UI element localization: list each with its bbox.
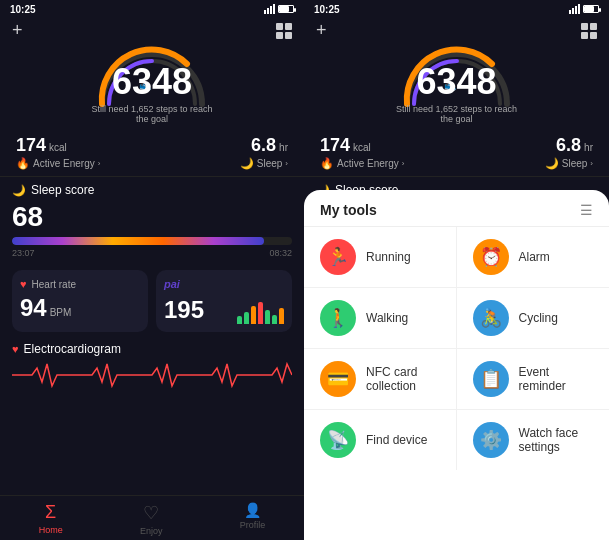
calories-unit-right: kcal	[353, 142, 371, 153]
pai-card-left[interactable]: pai 195	[156, 270, 292, 332]
cycling-label: Cycling	[519, 311, 558, 325]
overlay-title: My tools	[320, 202, 377, 218]
step-label-right: Still need 1,652 steps to reach the goal	[392, 104, 522, 124]
fire-icon-left: 🔥	[16, 157, 30, 170]
stats-row-right: 174 kcal 🔥 Active Energy › 6.8 hr 🌙 Slee…	[304, 129, 609, 172]
grid-button-right[interactable]	[581, 23, 597, 39]
running-label: Running	[366, 250, 411, 264]
tool-item-event[interactable]: 📋 Event reminder	[457, 349, 610, 410]
sleep-chevron-right: ›	[590, 159, 593, 168]
running-icon: 🏃	[320, 239, 356, 275]
sleep-score-row-left: 68	[12, 201, 292, 233]
health-cards-left: ♥ Heart rate 94 BPM pai 195	[0, 266, 304, 336]
cycling-icon: 🚴	[473, 300, 509, 336]
calories-label-left: Active Energy	[33, 158, 95, 169]
nav-enjoy-left[interactable]: ♡ Enjoy	[140, 502, 163, 536]
heart-icon-left: ♥	[20, 278, 27, 290]
sleep-label-left: Sleep	[257, 158, 283, 169]
sleep-moon-icon-left: 🌙	[12, 184, 26, 197]
tool-item-running[interactable]: 🏃 Running	[304, 227, 457, 288]
sleep-unit-left: hr	[279, 142, 288, 153]
find-label: Find device	[366, 433, 427, 447]
pai-icon-left: pai	[164, 278, 180, 290]
sleep-bar-container-left	[12, 237, 292, 245]
calories-chevron-right: ›	[402, 159, 405, 168]
watchface-label: Watch face settings	[519, 426, 594, 454]
step-count-right: 6348	[416, 64, 496, 100]
find-icon: 📡	[320, 422, 356, 458]
battery-icon	[278, 5, 294, 13]
grid-button-left[interactable]	[276, 23, 292, 39]
sleep-label-right: Sleep	[562, 158, 588, 169]
sleep-times-left: 23:07 08:32	[12, 248, 292, 258]
sleep-bar-fill-left	[12, 237, 264, 245]
calories-stat-left: 174 kcal 🔥 Active Energy ›	[16, 135, 100, 170]
nav-home-left[interactable]: Σ Home	[39, 502, 63, 536]
moon-icon-right: 🌙	[545, 157, 559, 170]
pai-bars-left	[237, 294, 284, 324]
sleep-header-left: 🌙 Sleep score	[12, 183, 292, 197]
tool-item-watchface[interactable]: ⚙️ Watch face settings	[457, 410, 610, 470]
calories-stat-right: 174 kcal 🔥 Active Energy ›	[320, 135, 404, 170]
ecg-wave-left	[12, 360, 292, 390]
sleep-chevron-left: ›	[285, 159, 288, 168]
tools-grid: 🏃 Running ⏰ Alarm 🚶 Walking 🚴 Cycling 💳	[304, 227, 609, 470]
nav-profile-left[interactable]: 👤 Profile	[240, 502, 266, 536]
step-ring-right: 👟 6348 Still need 1,652 steps to reach t…	[392, 49, 522, 129]
calories-label-row-left[interactable]: 🔥 Active Energy ›	[16, 157, 100, 170]
my-tools-overlay: My tools ☰ 🏃 Running ⏰ Alarm 🚶 Walking 🚴	[304, 190, 609, 540]
signal-icon-right	[569, 4, 580, 14]
heart-title-left: Heart rate	[32, 279, 76, 290]
ecg-header-left: ♥ Electrocardiogram	[12, 342, 292, 356]
sleep-section-title-left: Sleep score	[31, 183, 94, 197]
heart-rate-card-left[interactable]: ♥ Heart rate 94 BPM	[12, 270, 148, 332]
fire-icon-right: 🔥	[320, 157, 334, 170]
walking-icon: 🚶	[320, 300, 356, 336]
status-time-left: 10:25	[10, 4, 36, 15]
overlay-header: My tools ☰	[304, 190, 609, 227]
event-label: Event reminder	[519, 365, 594, 393]
calories-unit-left: kcal	[49, 142, 67, 153]
left-panel: 10:25 +	[0, 0, 304, 540]
sleep-unit-right: hr	[584, 142, 593, 153]
home-icon-left: Σ	[45, 502, 56, 523]
menu-icon[interactable]: ☰	[580, 202, 593, 218]
right-panel: 10:25 +	[304, 0, 609, 540]
add-button-left[interactable]: +	[12, 20, 23, 41]
tool-item-find[interactable]: 📡 Find device	[304, 410, 457, 470]
step-label-left: Still need 1,652 steps to reach the goal	[87, 104, 217, 124]
status-bar-left: 10:25	[0, 0, 304, 18]
battery-icon-right	[583, 5, 599, 13]
calories-value-left: 174	[16, 135, 46, 156]
tool-item-alarm[interactable]: ⏰ Alarm	[457, 227, 610, 288]
sleep-score-left: 68	[12, 201, 43, 233]
pai-card-header-left: pai	[164, 278, 284, 290]
tool-item-nfc[interactable]: 💳 NFC card collection	[304, 349, 457, 410]
ecg-section-left: ♥ Electrocardiogram	[0, 338, 304, 398]
sleep-label-row-right[interactable]: 🌙 Sleep ›	[545, 157, 593, 170]
sleep-start-left: 23:07	[12, 248, 35, 258]
sleep-value-left: 6.8	[251, 135, 276, 156]
alarm-icon: ⏰	[473, 239, 509, 275]
step-area-left: 👟 6348 Still need 1,652 steps to reach t…	[0, 45, 304, 129]
calories-label-row-right[interactable]: 🔥 Active Energy ›	[320, 157, 404, 170]
watchface-icon: ⚙️	[473, 422, 509, 458]
pai-value-left: 195	[164, 296, 204, 324]
sleep-label-row-left[interactable]: 🌙 Sleep ›	[240, 157, 288, 170]
nfc-icon: 💳	[320, 361, 356, 397]
ecg-title-left: Electrocardiogram	[24, 342, 121, 356]
calories-label-right: Active Energy	[337, 158, 399, 169]
heart-unit-left: BPM	[50, 307, 72, 318]
moon-icon-left: 🌙	[240, 157, 254, 170]
profile-icon-left: 👤	[244, 502, 261, 518]
calories-value-right: 174	[320, 135, 350, 156]
tool-item-walking[interactable]: 🚶 Walking	[304, 288, 457, 349]
signal-icon	[264, 4, 275, 14]
bottom-nav-left: Σ Home ♡ Enjoy 👤 Profile	[0, 495, 304, 540]
add-button-right[interactable]: +	[316, 20, 327, 41]
enjoy-label-left: Enjoy	[140, 526, 163, 536]
tool-item-cycling[interactable]: 🚴 Cycling	[457, 288, 610, 349]
home-label-left: Home	[39, 525, 63, 535]
step-area-right: 👟 6348 Still need 1,652 steps to reach t…	[304, 45, 609, 129]
status-time-right: 10:25	[314, 4, 340, 15]
